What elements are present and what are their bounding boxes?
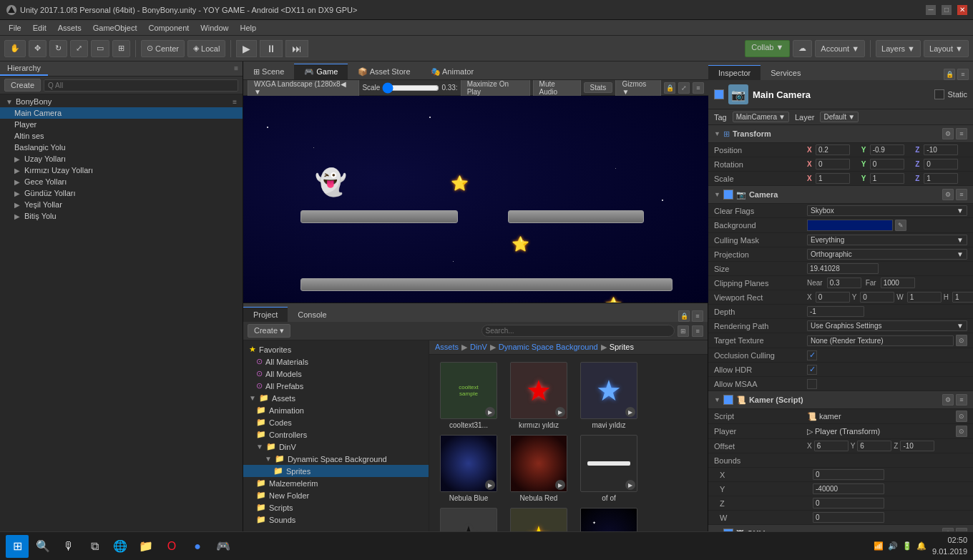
project-menu-icon[interactable]: ≡ [692, 310, 703, 322]
bounds-z-input[interactable] [813, 498, 884, 509]
mute-btn[interactable]: Mute Audio [533, 80, 581, 97]
hierarchy-options[interactable]: ≡ [233, 98, 237, 106]
maximize-btn[interactable]: Maximize On Play [461, 80, 530, 97]
view-maximize-icon[interactable]: ⤢ [678, 82, 690, 94]
transform-gear-icon[interactable]: ⚙ [942, 128, 954, 139]
target-texture-field[interactable]: None (Render Texture) [807, 335, 954, 346]
offset-z-input[interactable] [900, 441, 934, 451]
center-button[interactable]: ⊙ Center [141, 40, 185, 57]
bc-dinv[interactable]: DinV [470, 343, 487, 352]
menu-component[interactable]: Component [142, 22, 195, 34]
scale-z-input[interactable] [924, 173, 958, 184]
new-folder-item[interactable]: 📁 New Folder [243, 489, 429, 501]
rect-tool[interactable]: ▭ [91, 40, 109, 57]
start-button[interactable]: ⊞ [6, 535, 29, 558]
asset-mavi[interactable]: ★ ▶ mavi yıldız [577, 362, 641, 429]
scale-slider[interactable] [382, 82, 439, 94]
taskbar-unity[interactable]: 🎮 [212, 535, 235, 558]
hierarchy-item-gunduz[interactable]: ▶ Gündüz Yolları [0, 187, 243, 199]
hierarchy-lock[interactable]: ≡ [230, 62, 243, 76]
taskbar-search[interactable]: 🔍 [31, 535, 54, 558]
hierarchy-item-main-camera[interactable]: Main Camera [0, 107, 243, 119]
depth-input[interactable] [807, 306, 864, 317]
pause-button[interactable]: ⏸ [260, 40, 283, 57]
stats-btn[interactable]: Stats [584, 82, 613, 93]
asset-cooltext-play[interactable]: ▶ [485, 407, 495, 417]
layout-button[interactable]: Layout ▼ [924, 40, 969, 57]
menu-window[interactable]: Window [195, 22, 234, 34]
dinv-item[interactable]: ▼ 📁 DinV [243, 441, 429, 453]
inspector-lock-icon[interactable]: 🔒 [944, 69, 955, 80]
minimize-button[interactable]: ─ [926, 5, 936, 15]
favorites-root[interactable]: ★ Favorites [243, 343, 429, 355]
position-x-input[interactable] [816, 144, 850, 155]
all-prefabs-item[interactable]: ⊙ All Prefabs [243, 380, 429, 392]
culling-mask-dropdown[interactable]: Everything ▼ [807, 235, 967, 245]
codes-item[interactable]: 📁 Codes [243, 416, 429, 428]
vp-w-input[interactable] [907, 292, 942, 303]
taskbar-chrome[interactable]: ● [186, 535, 209, 558]
bc-assets[interactable]: Assets [435, 343, 459, 352]
asset-nebula-red-play[interactable]: ▶ [555, 480, 565, 490]
rendering-path-dropdown[interactable]: Use Graphics Settings ▼ [807, 320, 967, 331]
cloud-button[interactable]: ☁ [793, 40, 812, 57]
hierarchy-item-yesil[interactable]: ▶ Yeşil Yollar [0, 199, 243, 210]
tag-dropdown[interactable]: MainCamera ▼ [733, 112, 789, 122]
background-color-swatch[interactable] [807, 220, 893, 231]
taskbar-taskview[interactable]: ⧉ [83, 535, 106, 558]
volume-icon[interactable]: 🔊 [888, 541, 898, 551]
collab-button[interactable]: Collab ▼ [745, 40, 790, 57]
scripts-item[interactable]: 📁 Scripts [243, 501, 429, 514]
asset-nebula-red[interactable]: ▶ Nebula Red [507, 435, 571, 502]
active-checkbox[interactable] [714, 89, 724, 99]
layer-dropdown[interactable]: Default ▼ [820, 112, 859, 122]
asset-nebula-blue-play[interactable]: ▶ [485, 480, 495, 490]
target-texture-picker[interactable]: ⊙ [956, 335, 967, 346]
rotation-z-input[interactable] [924, 159, 958, 170]
allow-hdr-checkbox[interactable] [807, 365, 817, 375]
hierarchy-item-bitis[interactable]: ▶ Bitiş Yolu [0, 210, 243, 222]
taskbar-cortana[interactable]: 🎙 [57, 535, 80, 558]
assets-root[interactable]: ▼ 📁 Assets [243, 392, 429, 404]
hierarchy-search[interactable] [44, 79, 238, 92]
tab-services[interactable]: Services [761, 66, 811, 80]
vp-y-input[interactable] [860, 292, 894, 303]
asset-mavi-play[interactable]: ▶ [625, 407, 635, 417]
static-checkbox[interactable] [934, 89, 944, 99]
resolution-dropdown[interactable]: WXGA Landscape (1280x8◀ ▼ [248, 80, 359, 97]
account-button[interactable]: Account ▼ [815, 40, 865, 57]
rotation-y-input[interactable] [870, 159, 904, 170]
vp-h-input[interactable] [952, 292, 973, 303]
asset-nebula-blue[interactable]: ▶ Nebula Blue [436, 435, 501, 502]
hierarchy-item-baslangic[interactable]: Baslangic Yolu [0, 142, 243, 153]
animation-item[interactable]: 📁 Animation [243, 404, 429, 416]
background-picker-icon[interactable]: ✎ [895, 220, 906, 231]
camera-menu-icon[interactable]: ≡ [956, 189, 967, 200]
search-filter-icon[interactable]: ⊞ [678, 325, 689, 337]
kamer-section-header[interactable]: ▼ 📜 Kamer (Script) ⚙ ≡ [708, 391, 973, 409]
gizmos-btn[interactable]: Gizmos ▼ [615, 80, 661, 97]
hierarchy-item-kirmizi[interactable]: ▶ Kırmızı Uzay Yolları [0, 164, 243, 176]
clear-flags-dropdown[interactable]: Skybox ▼ [807, 205, 967, 216]
camera-gear-icon[interactable]: ⚙ [942, 189, 954, 200]
project-create-button[interactable]: Create ▾ [248, 324, 290, 338]
play-button[interactable]: ▶ [236, 40, 257, 57]
kamer-menu-icon[interactable]: ≡ [956, 394, 967, 406]
menu-edit[interactable]: Edit [27, 22, 52, 34]
size-input[interactable] [807, 263, 879, 274]
tab-game[interactable]: 🎮 Game [294, 64, 348, 79]
hierarchy-tab[interactable]: Hierarchy [0, 62, 48, 76]
move-tool[interactable]: ✥ [29, 40, 47, 57]
local-button[interactable]: ◈ Local [187, 40, 225, 57]
menu-assets[interactable]: Assets [52, 22, 87, 34]
script-picker[interactable]: ⊙ [956, 411, 967, 422]
occlusion-checkbox[interactable] [807, 350, 817, 360]
scale-y-input[interactable] [870, 173, 904, 184]
kamer-enabled-checkbox[interactable] [723, 395, 733, 405]
view-lock-icon[interactable]: 🔒 [664, 82, 675, 94]
allow-msaa-checkbox[interactable] [807, 379, 817, 389]
notification-icon[interactable]: 🔔 [916, 541, 926, 551]
asset-kirmizi[interactable]: ★ ▶ kırmızı yıldız [507, 362, 571, 429]
layers-button[interactable]: Layers ▼ [876, 40, 921, 57]
view-menu-icon[interactable]: ≡ [693, 82, 704, 94]
